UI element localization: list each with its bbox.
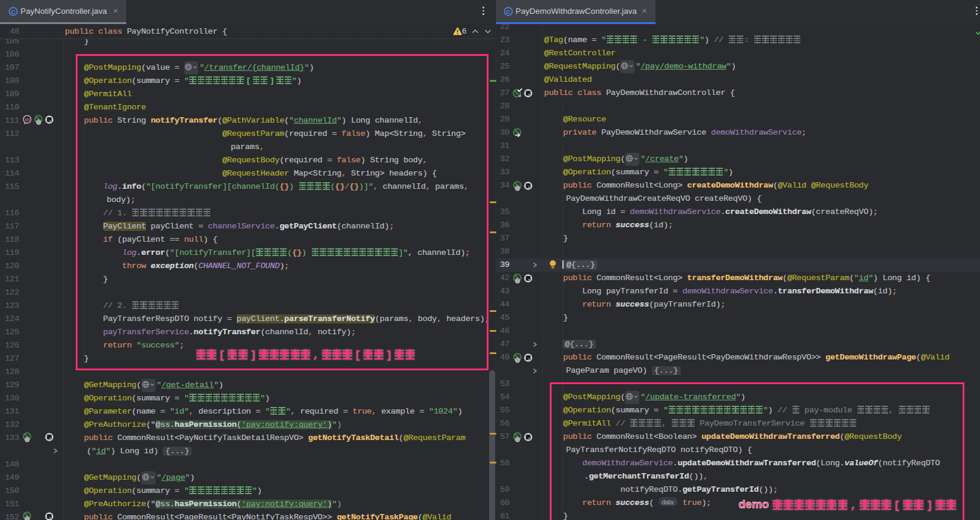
svg-text:m: m — [25, 116, 30, 123]
svg-text:C: C — [507, 8, 511, 15]
svg-text:C: C — [11, 8, 16, 15]
